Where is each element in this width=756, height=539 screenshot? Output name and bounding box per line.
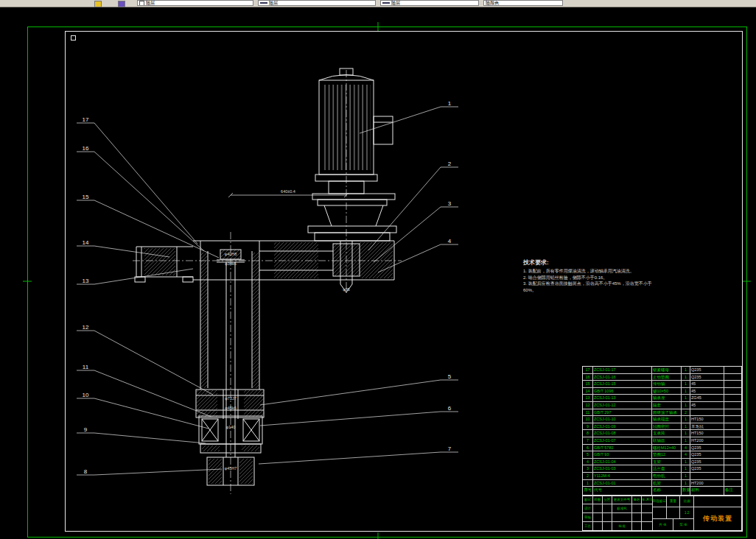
scale-value: 1:2 xyxy=(680,507,693,518)
label-stage-mark: 阶段标记 xyxy=(653,496,667,507)
title-block-signature-grid: 标记 处数 分区 更改文件号 签名 年.月.日 设计 标准化 审核 工艺 批准 xyxy=(583,496,653,530)
callout-14: 14 xyxy=(83,239,89,246)
callout-numbers: 17 16 15 14 13 12 11 10 9 8 1 2 3 4 5 6 … xyxy=(83,100,452,475)
label-date: 年.月.日 xyxy=(642,496,653,504)
label-mark: 标记 xyxy=(583,496,593,504)
drawing-number-cell xyxy=(694,496,741,507)
drawing-title: 传动装置 xyxy=(694,507,741,530)
color-control[interactable]: 随层 xyxy=(137,0,253,6)
bom-row: 7ZCSJ-01-07联轴器1HT200 xyxy=(583,437,741,445)
dim-housing-1: φ72J7 xyxy=(225,396,237,401)
callout-3: 3 xyxy=(448,200,452,207)
bom-row: 10ZCSJ-01-10轴承端盖1HT150 xyxy=(583,416,741,423)
bom-row: 2Y112M-4电动机1 xyxy=(583,473,741,480)
bom-row: 1ZCSJ-01-01机架1HT200 xyxy=(583,480,741,487)
dim-shaft-top-1: φ40H8 xyxy=(225,252,237,256)
bom-row: 11GB/T 297圆锥滚子轴承2 xyxy=(583,409,741,417)
dim-shaft-top-2: φ34k6 xyxy=(225,261,237,266)
linetype-control[interactable]: 随层 xyxy=(258,0,376,6)
callout-9: 9 xyxy=(84,426,88,433)
dim-axis-distance: 640±0.4 xyxy=(281,189,295,194)
dim-coupling-bore: φ45H7 xyxy=(225,466,237,471)
callout-16: 16 xyxy=(83,145,89,152)
bom-row: 15ZCSJ-01-15传动轴145 xyxy=(583,381,741,388)
linetype-icon xyxy=(260,2,267,4)
label-change-doc: 更改文件号 xyxy=(612,496,632,504)
callout-2: 2 xyxy=(448,161,452,167)
bottom-assembly xyxy=(196,390,265,485)
tech-req-item: 3. 装配后应检查齿面接触斑点，沿齿高不小于45%，沿齿宽不小于60%。 xyxy=(523,281,659,293)
parts-list-body: 17ZCSJ-01-17锁紧螺母1Q23516ZCSJ-01-16止动垫圈1Q2… xyxy=(583,367,741,496)
tech-req-item: 2. 啮合侧隙用铅丝检验，侧隙不小于0.16。 xyxy=(523,275,659,281)
dim-motor-shaft: φ95 xyxy=(343,287,350,292)
bom-row: 4ZCSJ-01-04支架1Q235 xyxy=(583,459,741,466)
color-swatch-icon xyxy=(139,1,144,6)
bom-row: 5GB/T 93垫圈124Q235 xyxy=(583,451,741,459)
label-standardize: 标准化 xyxy=(612,504,632,512)
parts-list: 17ZCSJ-01-17锁紧螺母1Q23516ZCSJ-01-16止动垫圈1Q2… xyxy=(582,366,742,496)
lineweight-icon xyxy=(382,2,390,4)
callout-5: 5 xyxy=(448,373,452,380)
callout-12: 12 xyxy=(83,324,89,331)
bom-row: 12ZCSJ-01-12隔套145 xyxy=(583,402,741,409)
title-block-scale-grid: 阶段标记 重量 比例 1:2 共 张 第 张 xyxy=(653,496,694,530)
title-block-name-area: 传动装置 xyxy=(694,496,741,530)
callout-13: 13 xyxy=(83,278,89,284)
label-weight: 重量 xyxy=(667,496,681,507)
callout-6: 6 xyxy=(448,405,452,412)
label-check: 审核 xyxy=(583,513,593,521)
label-design: 设计 xyxy=(583,504,593,512)
technical-requirements-title: 技术要求: xyxy=(523,258,659,267)
sheet-page: 第 张 xyxy=(673,519,693,530)
sheet-total: 共 张 xyxy=(653,519,673,530)
color-control-value: 随层 xyxy=(146,1,155,6)
insert-block-icon[interactable] xyxy=(118,1,125,7)
callout-15: 15 xyxy=(83,194,89,200)
bom-row: 9ZCSJ-01-09毡圈密封1羊毛毡 xyxy=(583,423,741,431)
callout-11: 11 xyxy=(83,364,89,370)
make-block-icon[interactable] xyxy=(94,1,102,7)
callout-leaders xyxy=(77,107,458,475)
lineweight-control-value: 随层 xyxy=(391,1,400,6)
electric-motor xyxy=(308,68,396,241)
drawing-canvas[interactable]: 640±0.4 φ40H8 φ34k6 φ95 φ72J7 φ45k6 φ140… xyxy=(0,7,756,539)
label-sign: 签名 xyxy=(632,496,642,504)
bom-row: 8ZCSJ-01-08支承筒1HT150 xyxy=(583,430,741,437)
label-count: 处数 xyxy=(593,496,603,504)
callout-7: 7 xyxy=(448,445,452,452)
bom-row: 17ZCSJ-01-17锁紧螺母1Q235 xyxy=(583,367,741,374)
technical-requirements: 技术要求: 1. 装配前，所有零件用煤油清洗，滚动轴承用汽油清洗。 2. 啮合侧… xyxy=(523,258,659,294)
linetype-control-value: 随层 xyxy=(269,1,278,6)
dim-bearing-bore: φ140 xyxy=(226,425,236,429)
plotstyle-control-value: 随颜色 xyxy=(486,1,499,6)
label-zone: 分区 xyxy=(603,496,612,504)
callout-1: 1 xyxy=(448,100,452,107)
callout-4: 4 xyxy=(448,238,452,244)
callout-8: 8 xyxy=(84,468,88,475)
bom-row: 13ZCSJ-01-13轴承座1ZG45 xyxy=(583,395,741,402)
bom-header-row: 序号代号名称数量材料备注 xyxy=(583,487,741,496)
bom-row: 3ZCSJ-01-03法兰盘1Q235 xyxy=(583,465,741,473)
lineweight-control[interactable]: 随层 xyxy=(380,0,479,6)
callout-10: 10 xyxy=(83,392,89,398)
label-scale: 比例 xyxy=(680,496,693,507)
label-process: 工艺 xyxy=(583,522,593,530)
properties-toolbar: 随层 随层 随层 随颜色 xyxy=(0,0,756,7)
bom-row: 6GB/T 5782螺栓M12×404Q235 xyxy=(583,445,741,452)
label-approve: 批准 xyxy=(612,522,632,530)
title-block: 标记 处数 分区 更改文件号 签名 年.月.日 设计 标准化 审核 工艺 批准 … xyxy=(582,495,742,531)
bom-row: 16ZCSJ-01-16止动垫圈1Q235 xyxy=(583,374,741,381)
callout-17: 17 xyxy=(83,116,89,123)
plotstyle-control[interactable]: 随颜色 xyxy=(483,0,563,6)
bom-row: 14GB/T 1096键10×50145 xyxy=(583,388,741,395)
tech-req-item: 1. 装配前，所有零件用煤油清洗，滚动轴承用汽油清洗。 xyxy=(523,268,659,275)
dim-housing-2: φ45k6 xyxy=(225,406,237,410)
